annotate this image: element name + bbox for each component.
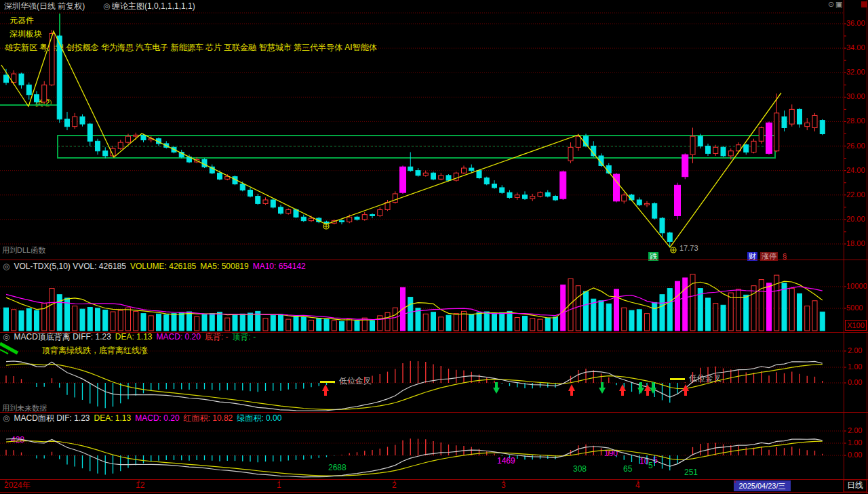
macd-area-pane (0, 431, 844, 477)
main-price-pane (0, 13, 844, 253)
chart-canvas[interactable] (0, 0, 868, 494)
axes-and-borders (0, 0, 868, 494)
macd-divergence-pane (0, 344, 844, 411)
volume-pane (0, 274, 844, 331)
tdx-trading-terminal: { "app": { "title": "深圳华强(日线 前复权)", "ind… (0, 0, 868, 494)
